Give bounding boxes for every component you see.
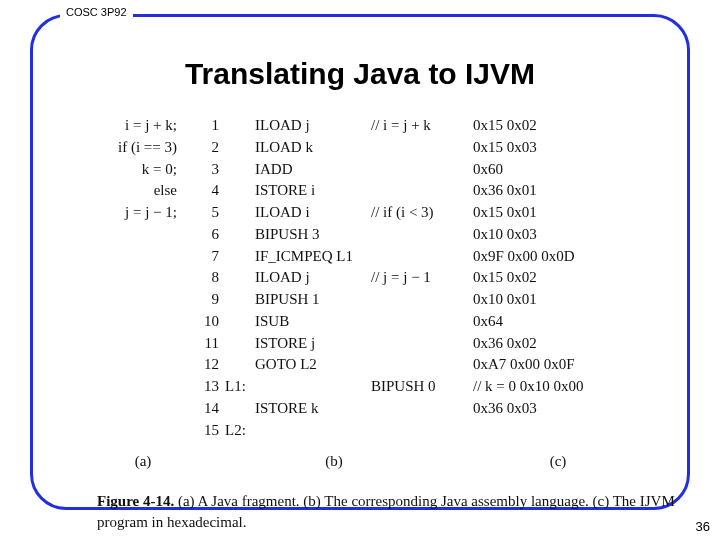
hex-bytes: 0x15 0x01 (473, 202, 643, 224)
java-line (91, 289, 195, 311)
hex-bytes: 0x10 0x03 (473, 224, 643, 246)
hex-bytes: 0x36 0x01 (473, 180, 643, 202)
figure-caption: Figure 4-14. (a) A Java fragment. (b) Th… (91, 491, 693, 533)
java-line (91, 420, 195, 442)
slide-frame: Translating Java to IJVM i = j + k;1ILOA… (30, 14, 690, 510)
java-line (91, 224, 195, 246)
asm-label (225, 180, 255, 202)
asm-label (225, 398, 255, 420)
java-line (91, 267, 195, 289)
figure-number: Figure 4-14. (97, 493, 174, 509)
part-label-c: (c) (473, 451, 643, 473)
asm-label (225, 333, 255, 355)
line-num: 15 (195, 420, 225, 442)
asm-instr: GOTO L2 (255, 354, 371, 376)
asm-label: L2: (225, 420, 255, 442)
hex-bytes: // k = 0 0x10 0x00 (473, 376, 643, 398)
part-label-b: (b) (195, 451, 473, 473)
asm-comment (371, 246, 473, 268)
asm-comment (371, 224, 473, 246)
hex-bytes: 0x64 (473, 311, 643, 333)
asm-label: L1: (225, 376, 255, 398)
asm-label (225, 311, 255, 333)
asm-label (225, 267, 255, 289)
asm-instr: ILOAD j (255, 267, 371, 289)
line-num: 8 (195, 267, 225, 289)
asm-instr (255, 420, 371, 442)
hex-bytes: 0x15 0x02 (473, 115, 643, 137)
asm-label (225, 137, 255, 159)
java-line: else (91, 180, 195, 202)
hex-bytes: 0x15 0x02 (473, 267, 643, 289)
asm-instr: ISUB (255, 311, 371, 333)
asm-comment (371, 159, 473, 181)
hex-bytes: 0x36 0x02 (473, 333, 643, 355)
caption-text: (a) A Java fragment. (b) The correspondi… (97, 493, 675, 530)
asm-instr (255, 376, 371, 398)
line-num: 11 (195, 333, 225, 355)
asm-label (225, 159, 255, 181)
line-num: 9 (195, 289, 225, 311)
line-num: 3 (195, 159, 225, 181)
line-num: 14 (195, 398, 225, 420)
hex-bytes: 0x15 0x03 (473, 137, 643, 159)
asm-instr: ILOAD k (255, 137, 371, 159)
line-num: 12 (195, 354, 225, 376)
asm-comment (371, 398, 473, 420)
line-num: 13 (195, 376, 225, 398)
java-line: k = 0; (91, 159, 195, 181)
hex-bytes (473, 420, 643, 442)
line-num: 1 (195, 115, 225, 137)
java-line (91, 354, 195, 376)
asm-comment (371, 354, 473, 376)
java-line (91, 376, 195, 398)
asm-instr: ISTORE k (255, 398, 371, 420)
page-number: 36 (696, 519, 710, 534)
asm-comment (371, 180, 473, 202)
java-line: if (i == 3) (91, 137, 195, 159)
line-num: 5 (195, 202, 225, 224)
line-num: 2 (195, 137, 225, 159)
asm-comment (371, 137, 473, 159)
asm-label (225, 246, 255, 268)
asm-label (225, 289, 255, 311)
asm-comment (371, 311, 473, 333)
asm-label (225, 354, 255, 376)
java-line: i = j + k; (91, 115, 195, 137)
line-num: 6 (195, 224, 225, 246)
line-num: 4 (195, 180, 225, 202)
hex-bytes: 0x60 (473, 159, 643, 181)
asm-instr: IADD (255, 159, 371, 181)
asm-instr: ISTORE i (255, 180, 371, 202)
asm-instr: IF_ICMPEQ L1 (255, 246, 371, 268)
asm-comment: // j = j − 1 (371, 267, 473, 289)
hex-bytes: 0x36 0x03 (473, 398, 643, 420)
asm-instr: ISTORE j (255, 333, 371, 355)
asm-instr: BIPUSH 1 (255, 289, 371, 311)
line-num: 10 (195, 311, 225, 333)
hex-bytes: 0xA7 0x00 0x0F (473, 354, 643, 376)
slide-title: Translating Java to IJVM (33, 57, 687, 91)
asm-instr-right: BIPUSH 0 (371, 376, 473, 398)
course-code: COSC 3P92 (60, 6, 133, 18)
code-figure: i = j + k;1ILOAD j// i = j + k0x15 0x02 … (91, 115, 693, 533)
part-label-a: (a) (91, 451, 195, 473)
asm-comment: // i = j + k (371, 115, 473, 137)
part-labels: (a) (b) (c) (91, 451, 693, 473)
asm-comment (371, 333, 473, 355)
java-line (91, 398, 195, 420)
asm-instr: ILOAD i (255, 202, 371, 224)
asm-label (225, 115, 255, 137)
asm-comment (371, 420, 473, 442)
asm-label (225, 202, 255, 224)
asm-instr: BIPUSH 3 (255, 224, 371, 246)
java-line (91, 246, 195, 268)
hex-bytes: 0x10 0x01 (473, 289, 643, 311)
line-num: 7 (195, 246, 225, 268)
java-line (91, 333, 195, 355)
hex-bytes: 0x9F 0x00 0x0D (473, 246, 643, 268)
asm-comment: // if (i < 3) (371, 202, 473, 224)
java-line: j = j − 1; (91, 202, 195, 224)
asm-label (225, 224, 255, 246)
asm-comment (371, 289, 473, 311)
